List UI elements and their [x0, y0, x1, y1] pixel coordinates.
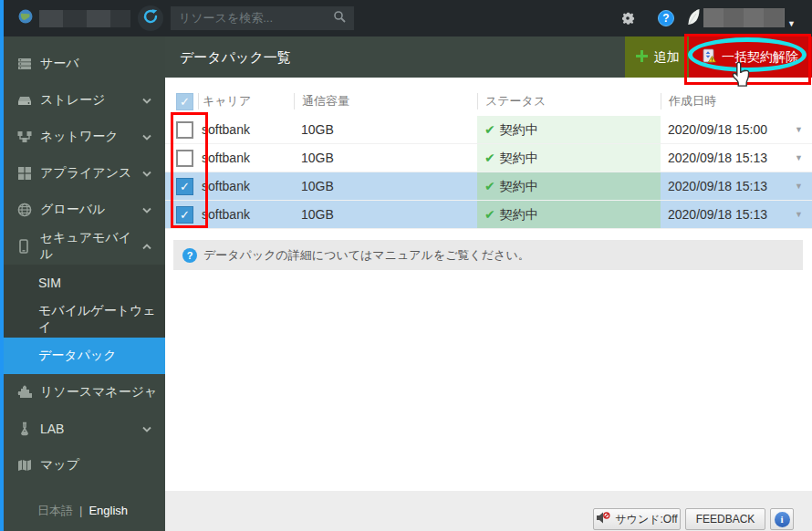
status-cell: ✔契約中 — [477, 116, 661, 143]
sidebar-item-mobile-gateway[interactable]: モバイルゲートウェイ — [0, 301, 165, 338]
page-title: データパック一覧 — [180, 36, 291, 78]
plus-icon — [635, 49, 649, 66]
appliance-icon — [16, 166, 32, 182]
sidebar-item-appliance[interactable]: アプライアンス — [0, 155, 165, 192]
carrier-cell: softbank — [198, 151, 294, 165]
main-content: データパック一覧 追加 一括契約解除 ✓ キャリア 通信容量 ステータス 作成日… — [165, 36, 812, 531]
puzzle-icon — [16, 385, 32, 401]
carrier-cell: softbank — [198, 207, 294, 222]
account-name-redacted — [39, 10, 130, 27]
language-japanese[interactable]: 日本語 — [37, 504, 73, 517]
sidebar-item-label: マップ — [40, 457, 79, 474]
column-header-carrier: キャリア — [198, 93, 294, 109]
created-value: 2020/09/18 15:13 — [668, 151, 767, 165]
row-menu-caret-icon[interactable]: ▼ — [795, 182, 803, 191]
sidebar-item-secure-mobile[interactable]: セキュアモバイル — [0, 228, 165, 265]
help-button[interactable]: ? — [658, 10, 674, 26]
question-icon: ? — [662, 12, 669, 25]
sound-toggle-button[interactable]: サウンド:Off — [593, 508, 681, 530]
add-button[interactable]: 追加 — [625, 36, 689, 78]
sidebar-item-label: リソースマネージャ — [40, 384, 157, 401]
table-row[interactable]: ✓ softbank 10GB ✔契約中 2020/09/18 15:13▼ — [165, 172, 812, 201]
sidebar-item-lab[interactable]: LAB — [0, 411, 165, 447]
capacity-cell: 10GB — [294, 179, 477, 193]
status-label: 契約中 — [500, 179, 538, 193]
carrier-cell: softbank — [198, 122, 294, 137]
column-header-status: ステータス — [477, 93, 661, 109]
map-icon — [16, 458, 32, 474]
table-row[interactable]: softbank 10GB ✔契約中 2020/09/18 15:00▼ — [165, 116, 812, 144]
status-check-icon: ✔ — [484, 151, 495, 165]
capacity-cell: 10GB — [294, 122, 477, 137]
sidebar-item-label: データパック — [38, 348, 117, 364]
sidebar-item-resource-manager[interactable]: リソースマネージャ — [0, 374, 165, 411]
table-row[interactable]: softbank 10GB ✔契約中 2020/09/18 15:13▼ — [165, 144, 812, 172]
chevron-down-icon — [142, 98, 151, 104]
status-label: 契約中 — [500, 207, 538, 222]
info-bar: ? データパックの詳細についてはマニュアルをご覧ください。 — [173, 240, 803, 270]
table-row[interactable]: ✓ softbank 10GB ✔契約中 2020/09/18 15:13▼ — [165, 201, 812, 229]
sidebar-item-storage[interactable]: ストレージ — [0, 82, 165, 119]
sidebar-item-label: LAB — [40, 422, 64, 436]
search-input[interactable]: リソースを検索... — [171, 6, 354, 30]
row-checkbox[interactable] — [176, 121, 193, 139]
sidebar-item-server[interactable]: サーバ — [0, 46, 165, 82]
sidebar-item-map[interactable]: マップ — [0, 447, 165, 484]
created-value: 2020/09/18 15:13 — [668, 179, 767, 193]
bulk-release-button-label: 一括契約解除 — [722, 49, 798, 66]
status-label: 契約中 — [500, 122, 538, 137]
account-selector[interactable]: ▼ — [18, 9, 145, 27]
select-all-checkbox[interactable]: ✓ — [176, 93, 193, 110]
user-chevron-down-icon[interactable]: ▼ — [787, 14, 796, 30]
carrier-cell: softbank — [198, 179, 294, 193]
refresh-button[interactable] — [138, 5, 163, 31]
sidebar-item-label: グローバル — [40, 202, 105, 218]
sidebar: サーバ ストレージ ネットワーク アプライアンス グローバル セキュアモバイル … — [0, 36, 165, 531]
sidebar-item-global[interactable]: グローバル — [0, 192, 165, 228]
capacity-cell: 10GB — [294, 151, 477, 165]
row-menu-caret-icon[interactable]: ▼ — [795, 210, 803, 219]
data-pack-table: ✓ キャリア 通信容量 ステータス 作成日時 softbank 10GB ✔契約… — [165, 87, 812, 229]
row-checkbox[interactable] — [176, 150, 193, 167]
capacity-cell: 10GB — [294, 207, 477, 222]
sidebar-item-data-pack[interactable]: データパック — [0, 338, 165, 374]
info-button[interactable]: i — [770, 508, 794, 530]
sidebar-item-label: モバイルゲートウェイ — [38, 303, 165, 336]
chevron-up-icon — [142, 244, 151, 250]
status-check-icon: ✔ — [484, 207, 495, 222]
storage-icon — [16, 93, 32, 109]
sidebar-item-label: SIM — [38, 276, 61, 290]
row-checkbox[interactable]: ✓ — [176, 206, 193, 224]
status-cell: ✔契約中 — [477, 144, 661, 172]
bulk-release-button[interactable]: 一括契約解除 — [689, 36, 812, 78]
sidebar-item-network[interactable]: ネットワーク — [0, 119, 165, 155]
mobile-phone-icon — [16, 239, 32, 255]
row-menu-caret-icon[interactable]: ▼ — [795, 125, 803, 134]
sidebar-item-sim[interactable]: SIM — [0, 265, 165, 301]
sim-warning-icon — [703, 48, 716, 66]
add-button-label: 追加 — [654, 49, 680, 66]
chevron-down-icon — [142, 171, 151, 177]
sidebar-item-label: セキュアモバイル — [40, 230, 142, 263]
sidebar-item-label: ネットワーク — [40, 129, 119, 145]
feedback-button[interactable]: FEEDBACK — [685, 508, 765, 530]
info-icon: i — [775, 512, 790, 527]
language-switcher: 日本語|English — [0, 503, 165, 519]
created-value: 2020/09/18 15:13 — [668, 207, 767, 222]
settings-button[interactable] — [619, 10, 636, 30]
row-menu-caret-icon[interactable]: ▼ — [795, 153, 803, 162]
created-value: 2020/09/18 15:00 — [668, 122, 767, 137]
chevron-down-icon — [142, 134, 151, 141]
row-checkbox[interactable]: ✓ — [176, 178, 193, 195]
status-cell: ✔契約中 — [477, 172, 661, 200]
refresh-icon — [143, 9, 158, 27]
globe-grid-icon — [16, 203, 32, 218]
info-bar-text: データパックの詳細についてはマニュアルをご覧ください。 — [203, 247, 530, 264]
status-check-icon: ✔ — [484, 122, 495, 137]
user-menu[interactable] — [703, 8, 785, 27]
search-placeholder: リソースを検索... — [179, 10, 333, 26]
sidebar-item-label: サーバ — [40, 56, 79, 72]
chevron-down-icon — [142, 207, 151, 213]
top-bar: ▼ リソースを検索... ? ▼ — [0, 0, 812, 36]
language-english[interactable]: English — [88, 504, 128, 517]
